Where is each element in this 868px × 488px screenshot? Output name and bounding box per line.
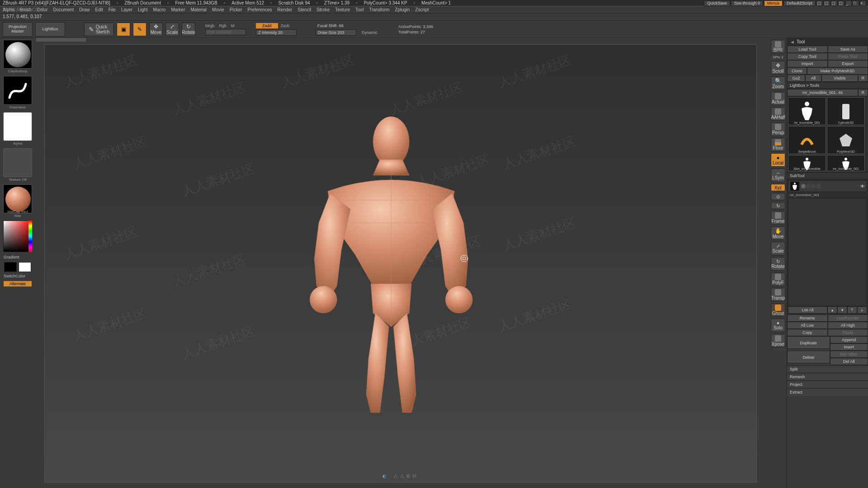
xyz-button[interactable]: Xyz — [771, 184, 785, 191]
clone-button[interactable]: Clone — [787, 67, 807, 75]
all-low-button[interactable]: All Low — [787, 322, 828, 329]
goz-visible-button[interactable]: Visible — [821, 75, 858, 82]
menu-item[interactable]: Stencil — [297, 7, 311, 12]
subtool-list[interactable] — [788, 198, 867, 306]
dynamic-toggle[interactable]: Dynamic — [362, 30, 377, 35]
del-all-button[interactable]: Del All — [830, 358, 868, 365]
focal-shift-slider[interactable]: Focal Shift -56 — [316, 23, 356, 28]
menu-item[interactable]: File — [108, 7, 116, 12]
color-swatch-primary[interactable] — [19, 262, 31, 272]
menu-item[interactable]: Texture — [335, 7, 350, 12]
quicksave-button[interactable]: QuickSave — [704, 0, 730, 6]
local-button[interactable]: ●Local — [771, 153, 785, 167]
bpr-button[interactable]: BPR — [771, 40, 785, 53]
tool-thumb[interactable]: mr_incredible_001 — [788, 97, 826, 125]
paste-button[interactable]: Paste — [828, 329, 868, 336]
copy-button[interactable]: Copy — [787, 329, 828, 336]
menu-item[interactable]: Render — [278, 7, 292, 12]
duplicate-button[interactable]: Duplicate — [787, 336, 830, 349]
brush-slot[interactable]: ClayBuildup — [3, 40, 32, 69]
default-zscript-button[interactable]: DefaultZScript — [783, 0, 816, 6]
zsub-toggle[interactable]: Zsub — [279, 23, 292, 28]
visibility-icon[interactable]: 👁 — [860, 184, 865, 189]
rotate-button[interactable]: ↻Rotate — [771, 257, 785, 271]
menu-item[interactable]: Preferences — [248, 7, 272, 12]
rgb-intensity-slider[interactable]: Rgb Intensity — [205, 29, 246, 35]
save-as-button[interactable]: Save As — [828, 46, 868, 53]
extract-section[interactable]: Extract — [787, 388, 868, 396]
quick-sketch-button[interactable]: ✎Quick Sketch — [84, 23, 114, 36]
del-other-button[interactable]: Del Other — [830, 351, 868, 358]
split-section[interactable]: Split — [787, 365, 868, 373]
doc-scrollbar[interactable] — [36, 38, 86, 42]
ghost-button[interactable]: Ghost — [771, 303, 785, 317]
transp-button[interactable]: Transp — [771, 288, 785, 301]
load-tool-button[interactable]: Load Tool — [787, 46, 828, 53]
maximize-icon[interactable]: □ — [853, 0, 859, 6]
aahalf-button[interactable]: AAHalf — [771, 107, 785, 121]
move-mode-button[interactable]: ✥Move — [149, 23, 163, 36]
menu-item[interactable]: Movie — [212, 7, 224, 12]
m-toggle[interactable]: M — [231, 23, 235, 28]
collapse-icon[interactable]: ◀ — [791, 40, 794, 44]
rotate-mode-button[interactable]: ↻Rotate — [182, 23, 195, 36]
actual-button[interactable]: Actual — [771, 92, 785, 105]
polyf-button[interactable]: PolyF — [771, 272, 785, 286]
import-button[interactable]: Import — [787, 60, 828, 67]
close-icon[interactable]: × — [860, 0, 866, 6]
append-button[interactable]: Append — [830, 336, 868, 343]
mrgb-toggle[interactable]: Mrgb — [205, 23, 215, 28]
menu-item[interactable]: Material — [191, 7, 207, 12]
subtool-row[interactable]: 👁 — [788, 180, 867, 192]
tool-r-button[interactable]: R — [858, 89, 868, 96]
z-intensity-slider[interactable]: Z Intensity 20 — [256, 29, 297, 36]
project-section[interactable]: Project — [787, 380, 868, 388]
axis-button[interactable]: ↻ — [771, 202, 785, 209]
auto-reorder-button[interactable]: AutoReorder — [828, 314, 868, 322]
tool-thumb[interactable]: Skin_mr_incredible — [788, 155, 826, 171]
move-up-icon[interactable]: ⇡ — [847, 306, 857, 314]
copy-tool-button[interactable]: Copy Tool — [787, 53, 828, 60]
edit-mode-button[interactable]: ▣ — [117, 23, 130, 36]
seethrough-slider[interactable]: See-through 0 — [731, 0, 763, 6]
goz-button[interactable]: GoZ — [787, 75, 805, 82]
menu-item[interactable]: Tool — [355, 7, 363, 12]
menu-item[interactable]: Stroke — [316, 7, 330, 12]
menu-item[interactable]: Marker — [171, 7, 185, 12]
material-slot[interactable]: MatCap Red Wax — [3, 184, 32, 213]
window-icon[interactable]: ▢ — [838, 0, 844, 6]
menu-item[interactable]: Zscript — [415, 7, 429, 12]
lightbox-button[interactable]: LightBox — [35, 22, 65, 37]
axis-button[interactable]: ⊙ — [771, 193, 785, 200]
menu-item[interactable]: Picker — [230, 7, 242, 12]
zadd-toggle[interactable]: Zadd — [256, 23, 278, 28]
xpose-button[interactable]: Xpose — [771, 334, 785, 347]
window-icon[interactable]: ▢ — [824, 0, 830, 6]
window-icon[interactable]: ▢ — [831, 0, 837, 6]
arrow-up-icon[interactable]: ▴ — [827, 306, 837, 314]
lsym-button[interactable]: ↔LSym — [771, 169, 785, 182]
scale-button[interactable]: ⤢Scale — [771, 242, 785, 255]
minimize-icon[interactable]: _ — [845, 0, 852, 6]
list-all-button[interactable]: List All — [788, 306, 827, 314]
stroke-slot[interactable]: FreeHand — [3, 76, 32, 105]
subtool-header[interactable]: SubTool — [787, 172, 868, 179]
menu-item[interactable]: Layer — [121, 7, 132, 12]
projection-master-button[interactable]: Projection Master — [3, 22, 33, 37]
menu-item[interactable]: Zplugin — [395, 7, 410, 12]
window-icon[interactable]: ▢ — [816, 0, 823, 6]
move-button[interactable]: ✋Move — [771, 226, 785, 240]
texture-slot[interactable]: Texture Off — [3, 148, 32, 177]
scale-mode-button[interactable]: ⤢Scale — [165, 23, 179, 36]
scroll-button[interactable]: ✥Scroll — [771, 61, 785, 75]
paste-tool-button[interactable]: Paste Tool — [828, 53, 868, 60]
menus-button[interactable]: Menus — [764, 0, 783, 6]
solo-button[interactable]: ●Solo — [771, 319, 785, 332]
hue-strip-icon[interactable] — [28, 221, 32, 252]
make-polymesh3d-button[interactable]: Make PolyMesh3D — [807, 67, 868, 75]
remesh-section[interactable]: Remesh — [787, 373, 868, 380]
color-picker[interactable] — [3, 221, 32, 252]
lightbox-tools-header[interactable]: Lightbox > Tools — [787, 82, 868, 89]
draw-mode-button[interactable]: ✎ — [133, 23, 146, 36]
rgb-toggle[interactable]: Rgb — [219, 23, 227, 28]
